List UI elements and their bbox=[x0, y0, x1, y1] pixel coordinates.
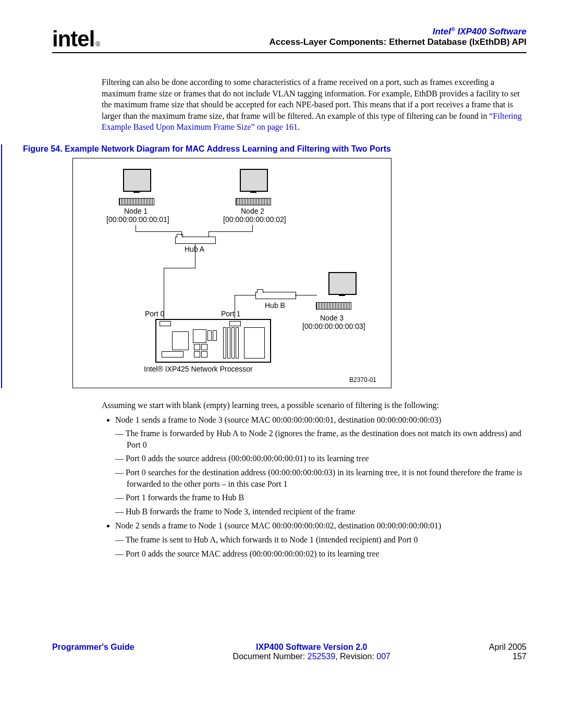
header-title-1: Intel® IXP400 Software bbox=[270, 26, 527, 37]
paragraph-2: Assuming we start with blank (empty) lea… bbox=[102, 400, 527, 411]
hubA-icon bbox=[175, 237, 216, 244]
footer-right: April 2005 157 bbox=[489, 643, 527, 661]
node2-monitor-icon bbox=[240, 169, 268, 192]
ixp425-board-icon bbox=[155, 319, 271, 363]
page-header: intel® Intel® IXP400 Software Access-Lay… bbox=[52, 26, 527, 53]
processor-label: Intel® IXP425 Network Processor bbox=[144, 365, 253, 373]
logo-reg: ® bbox=[95, 41, 100, 47]
port0-label: Port 0 bbox=[145, 310, 164, 318]
footer-date: April 2005 bbox=[489, 643, 527, 652]
node2-keyboard-icon bbox=[236, 198, 271, 205]
paragraph-1: Filtering can also be done according to … bbox=[102, 77, 527, 133]
list-subitem: The frame is forwarded by Hub A to Node … bbox=[127, 428, 527, 450]
figure-diagram: Node 1 [00:00:00:00:00:01] Node 2 [00:00… bbox=[72, 158, 391, 388]
header-title-2: Access-Layer Components: Ethernet Databa… bbox=[270, 37, 527, 47]
hubB-label: Hub B bbox=[265, 301, 285, 310]
header-right: Intel® IXP400 Software Access-Layer Comp… bbox=[270, 26, 527, 47]
logo-text: intel bbox=[52, 28, 94, 50]
list-item: Node 2 sends a frame to Node 1 (source M… bbox=[115, 520, 527, 559]
hdr-prefix: Intel bbox=[433, 27, 451, 36]
figure-caption: Figure 54. Example Network Diagram for M… bbox=[23, 144, 527, 154]
para1-text: Filtering can also be done according to … bbox=[102, 78, 520, 120]
bullet-text: Node 2 sends a frame to Node 1 (source M… bbox=[115, 521, 441, 530]
change-bar-section: Figure 54. Example Network Diagram for M… bbox=[1, 144, 527, 388]
node2-mac: [00:00:00:00:00:02] bbox=[223, 215, 286, 224]
footer-mid: IXP400 Software Version 2.0 Document Num… bbox=[233, 643, 390, 661]
port1-label: Port 1 bbox=[221, 310, 240, 318]
node3-label: Node 3 bbox=[320, 314, 344, 322]
node3-monitor-icon bbox=[328, 272, 357, 295]
list-item: Node 1 sends a frame to Node 3 (source M… bbox=[115, 414, 527, 517]
node1-label: Node 1 bbox=[124, 207, 148, 215]
node3-keyboard-icon bbox=[316, 302, 351, 310]
footer-version: IXP400 Software Version 2.0 bbox=[233, 643, 390, 652]
page-footer: Programmer's Guide IXP400 Software Versi… bbox=[52, 643, 527, 661]
bullet-list: Node 1 sends a frame to Node 3 (source M… bbox=[102, 414, 527, 560]
list-subitem: The frame is sent to Hub A, which forwar… bbox=[127, 534, 527, 546]
list-subitem: Port 0 adds the source MAC address (00:0… bbox=[127, 548, 527, 560]
node1-monitor-icon bbox=[123, 169, 151, 192]
footer-pagenum: 157 bbox=[489, 652, 527, 661]
para1-tail: . bbox=[298, 122, 300, 131]
list-subitem: Port 0 searches for the destination addr… bbox=[127, 467, 527, 489]
hdr-suffix: IXP400 Software bbox=[455, 27, 527, 36]
node1-keyboard-icon bbox=[119, 198, 154, 205]
list-subitem: Hub B forwards the frame to Node 3, inte… bbox=[127, 506, 527, 517]
figure-ref: B2370-01 bbox=[349, 376, 376, 384]
footer-docnum: Document Number: 252539, Revision: 007 bbox=[233, 652, 390, 661]
list-subitem: Port 1 forwards the frame to Hub B bbox=[127, 492, 527, 503]
hdr-reg: ® bbox=[451, 26, 455, 32]
list-subitem: Port 0 adds the source address (00:00:00… bbox=[127, 453, 527, 464]
bullet-text: Node 1 sends a frame to Node 3 (source M… bbox=[115, 415, 441, 424]
node1-mac: [00:00:00:00:00:01] bbox=[106, 215, 169, 224]
footer-left: Programmer's Guide bbox=[52, 643, 134, 661]
node3-mac: [00:00:00:00:00:03] bbox=[302, 322, 365, 330]
node2-label: Node 2 bbox=[241, 207, 264, 215]
intel-logo: intel® bbox=[52, 28, 100, 50]
hubB-icon bbox=[255, 292, 296, 299]
